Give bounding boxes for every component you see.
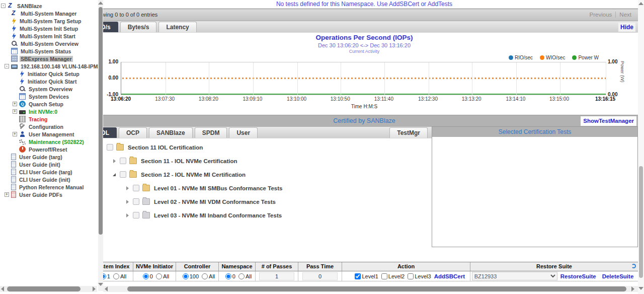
- sidebar-item-configuration[interactable]: Configuration: [0, 123, 98, 130]
- test-select-checkbox[interactable]: [107, 144, 113, 151]
- test-select-checkbox[interactable]: [133, 185, 139, 191]
- sidebar-item-sbexpress-manager[interactable]: SBExpress Manager: [0, 55, 98, 62]
- pass-time-input[interactable]: 0: [302, 272, 338, 280]
- restore-suite-button[interactable]: RestoreSuite: [560, 273, 596, 279]
- scroll-left-icon[interactable]: [105, 286, 108, 291]
- expand-arrow-icon[interactable]: [124, 200, 131, 204]
- sidebar-item-user-guide-targ[interactable]: User Guide (targ): [0, 153, 98, 161]
- nvme-initiator-cell: 0 All: [133, 271, 176, 281]
- test-select-checkbox[interactable]: [133, 198, 139, 205]
- level1-checkbox[interactable]: [355, 273, 361, 279]
- initiator-radio-all[interactable]: [156, 273, 162, 279]
- tab-testmgr[interactable]: TestMgr: [389, 127, 428, 138]
- test-select-checkbox[interactable]: [120, 171, 126, 178]
- tab-latency[interactable]: Latency: [158, 22, 196, 32]
- sidebar-horizontal-scrollbar[interactable]: [0, 286, 97, 292]
- add-sbcert-button[interactable]: AddSBCert: [434, 273, 465, 279]
- cert-tree-item-section-11-iol-nvme-certification[interactable]: Section 11 - IOL NVMe Certification: [103, 154, 432, 168]
- tab-user[interactable]: User: [229, 127, 258, 138]
- level3-checkbox[interactable]: [408, 273, 414, 279]
- sidebar-item-poweroff-reset[interactable]: Poweroff/Reset: [0, 145, 98, 153]
- collapse-icon[interactable]: -: [5, 64, 9, 68]
- sidebar-item-init-nvme-0[interactable]: +Init NVMe:0: [0, 108, 98, 115]
- scrollbar-thumb[interactable]: [639, 166, 643, 278]
- show-test-manager-button[interactable]: ShowTestManager: [581, 116, 636, 126]
- next-button[interactable]: Next: [615, 12, 635, 18]
- legend-item-power-w[interactable]: Power W: [572, 55, 599, 60]
- level2-checkbox[interactable]: [381, 273, 387, 279]
- sidebar-item-cli-user-guide-init[interactable]: CLI User Guide (init): [0, 176, 98, 183]
- sidebar-item-sanblaze[interactable]: -SANBlaze: [0, 2, 98, 10]
- sidebar-item-192-168-100-148-vlun-148-ipmi-100[interactable]: -192.168.100.148 VLUN-148-IPMI-100: [0, 62, 98, 70]
- expand-icon[interactable]: +: [13, 109, 17, 114]
- sidebar-item-tracing[interactable]: Tracing: [0, 115, 98, 123]
- scroll-right-icon[interactable]: [631, 286, 634, 291]
- cert-tree-item-section-11-iol-certification[interactable]: Section 11 IOL Certification: [103, 140, 432, 154]
- sidebar-item-system-overview[interactable]: System Overview: [0, 85, 98, 93]
- expand-icon[interactable]: +: [5, 192, 9, 197]
- legend-item-wio-sec[interactable]: WIO/sec: [540, 55, 565, 60]
- tab-io-s[interactable]: IO/s: [103, 22, 118, 32]
- hide-button[interactable]: Hide: [618, 23, 635, 32]
- sidebar-item-maintenance-s02822[interactable]: Maintenance (S02822): [0, 138, 98, 145]
- scroll-up-icon[interactable]: [98, 2, 103, 5]
- passes-input[interactable]: 1: [259, 272, 294, 280]
- cert-tree-item-level-03-nvme-mi-inband-conformance-tests[interactable]: Level 03 - NVMe MI Inband Conformance Te…: [103, 208, 432, 222]
- refresh-icon[interactable]: [631, 264, 636, 268]
- tab-sanblaze[interactable]: SANBlaze: [149, 127, 193, 138]
- cert-tree-item-level-01-nvme-mi-smbus-conformance-tests[interactable]: Level 01 - NVMe MI SMBus Conformance Tes…: [103, 181, 432, 195]
- sidebar-item-user-guide-pdfs[interactable]: +User Guide PDFs: [0, 191, 98, 198]
- previous-button[interactable]: Previous: [586, 12, 616, 18]
- tab-bytes-s[interactable]: Bytes/s: [120, 22, 157, 32]
- sidebar-item-initiator-quick-start[interactable]: Initiator Quick Start: [0, 78, 98, 85]
- namespace-radio-all[interactable]: [238, 273, 245, 279]
- scrollbar-thumb[interactable]: [7, 286, 80, 291]
- restore-suite-select[interactable]: BZ12933: [472, 272, 557, 280]
- scroll-right-icon[interactable]: [93, 286, 96, 291]
- main-horizontal-scrollbar[interactable]: [103, 286, 638, 292]
- sidebar-item-multi-system-status[interactable]: Multi-System Status: [0, 47, 98, 55]
- expand-arrow-icon[interactable]: [111, 159, 118, 163]
- scrollbar-thumb[interactable]: [127, 286, 626, 291]
- sidebar-item-user-guide-init[interactable]: User Guide (init): [0, 161, 98, 168]
- delete-suite-button[interactable]: DeleteSuite: [602, 273, 634, 279]
- sidebar-item-multi-system-init-start[interactable]: Multi-System Init Start: [0, 32, 98, 40]
- tab-spdm[interactable]: SPDM: [195, 127, 227, 138]
- expand-arrow-icon[interactable]: [124, 186, 131, 190]
- sidebar-item-system-devices[interactable]: System Devices: [0, 93, 98, 100]
- expand-icon[interactable]: +: [13, 132, 17, 136]
- collapse-icon[interactable]: -: [1, 4, 6, 8]
- expand-arrow-icon[interactable]: [124, 213, 131, 217]
- cert-tree-item-level-02-nvme-mi-vdm-conformance-tests[interactable]: Level 02 - NVMe MI VDM Conformance Tests: [103, 195, 432, 208]
- initiator-radio-0[interactable]: [143, 273, 149, 279]
- system-index-radio-1[interactable]: [103, 273, 106, 279]
- scroll-down-icon[interactable]: [638, 287, 643, 290]
- test-select-checkbox[interactable]: [133, 212, 139, 218]
- scroll-down-icon[interactable]: [98, 283, 103, 286]
- system-index-radio-all[interactable]: [113, 273, 119, 279]
- namespace-radio-0[interactable]: [225, 273, 231, 279]
- sidebar-item-multi-system-overview[interactable]: Multi-System Overview: [0, 40, 98, 47]
- sidebar-item-multi-system-targ-setup[interactable]: Multi-System Targ Setup: [0, 17, 98, 25]
- sidebar-vertical-scrollbar[interactable]: [98, 0, 103, 291]
- sidebar-item-user-management[interactable]: +User Management: [0, 130, 98, 138]
- main-vertical-scrollbar[interactable]: [638, 0, 644, 294]
- controller-radio-all[interactable]: [202, 273, 208, 279]
- sidebar-item-quarch-setup[interactable]: +Quarch Setup: [0, 100, 98, 108]
- collapse-arrow-icon[interactable]: [111, 173, 118, 176]
- legend-item-rio-sec[interactable]: RIO/sec: [509, 55, 533, 60]
- scrollbar-thumb[interactable]: [99, 7, 103, 235]
- scroll-up-icon[interactable]: [638, 2, 643, 5]
- sidebar-item-multi-system-init-setup[interactable]: Multi-System Init Setup: [0, 25, 98, 32]
- tab-iol[interactable]: IOL: [103, 127, 117, 138]
- expand-icon[interactable]: +: [13, 102, 17, 106]
- test-select-checkbox[interactable]: [120, 158, 126, 164]
- sidebar-item-python-reference-manual[interactable]: Python Reference Manual: [0, 183, 98, 191]
- scroll-left-icon[interactable]: [1, 286, 4, 291]
- tab-ocp[interactable]: OCP: [119, 127, 147, 138]
- sidebar-item-multi-system-manager[interactable]: Multi-System Manager: [0, 10, 98, 17]
- sidebar-item-cli-user-guide-targ[interactable]: CLI User Guide (targ): [0, 168, 98, 176]
- controller-radio-100[interactable]: [183, 273, 189, 279]
- cert-tree-item-section-12-iol-nvme-mi-certification[interactable]: Section 12 - IOL NVMe MI Certification: [103, 168, 432, 181]
- sidebar-item-initiator-quick-setup[interactable]: Initiator Quick Setup: [0, 70, 98, 78]
